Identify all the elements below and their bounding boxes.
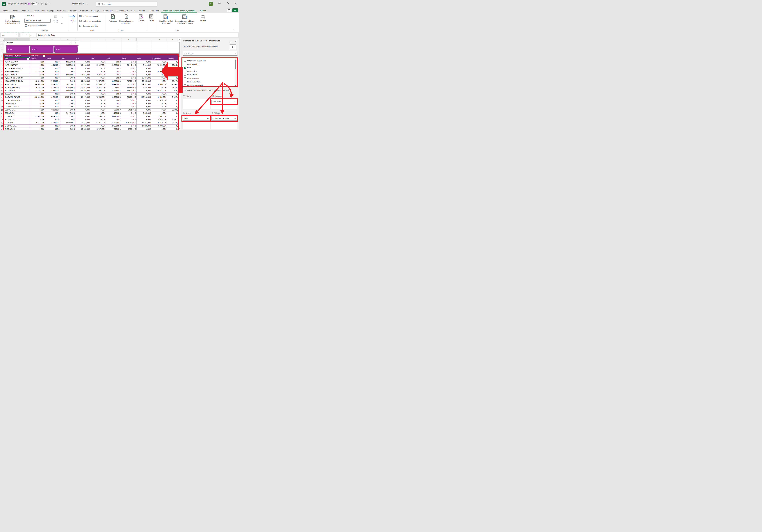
value-cell[interactable]: 0,00 €: [45, 73, 60, 76]
value-cell[interactable]: 0,00 €: [91, 77, 106, 80]
month-header-juin[interactable]: Juin: [106, 57, 121, 60]
value-cell[interactable]: 41 860,00 €: [106, 64, 121, 67]
show-details-button[interactable]: AfficherDétails: [51, 14, 60, 24]
tab-cr-ation[interactable]: Création: [197, 9, 208, 13]
value-cell[interactable]: 0,00 €: [75, 67, 91, 70]
value-cell[interactable]: 5 969,00 €: [106, 109, 121, 112]
share-button[interactable]: [232, 8, 238, 12]
company-name[interactable]: ENERGENIX: [4, 128, 30, 130]
value-cell[interactable]: 20 744,00 €: [91, 73, 106, 76]
value-cell[interactable]: 0,00 €: [152, 60, 167, 63]
row-header-14[interactable]: 14: [0, 83, 4, 86]
value-cell[interactable]: 0,00 €: [121, 115, 136, 118]
value-cell[interactable]: 0,00 €: [60, 99, 75, 102]
value-cell[interactable]: 27 378,: [167, 121, 178, 124]
value-cell[interactable]: 36 047,00 €: [75, 96, 91, 99]
value-cell[interactable]: 0,00 €: [106, 73, 121, 76]
close-button[interactable]: ✕: [233, 2, 238, 5]
scroll-down-icon[interactable]: [179, 128, 180, 129]
value-cell[interactable]: 0,00 €: [152, 112, 167, 115]
value-cell[interactable]: 0,00 €: [91, 99, 106, 102]
value-cell[interactable]: 70 772,00 €: [121, 80, 136, 83]
value-cell[interactable]: 0,00 €: [152, 77, 167, 80]
row-header-18[interactable]: 18: [0, 96, 4, 99]
panel-tools-button[interactable]: ⚙: [230, 44, 236, 49]
value-cell[interactable]: 34 642,00 €: [45, 115, 60, 118]
value-cell[interactable]: 0,00 €: [60, 102, 75, 105]
value-cell[interactable]: 0,00 €: [106, 77, 121, 80]
tab-analyse-du-tableau-crois-dynamique[interactable]: Analyse du tableau croisé dynamique: [161, 9, 197, 13]
tab-affichage[interactable]: Affichage: [90, 9, 101, 13]
row-header-3[interactable]: 3: [0, 48, 4, 51]
value-cell[interactable]: 0,00 €: [60, 118, 75, 121]
value-cell[interactable]: 0,00 €: [121, 124, 136, 127]
value-cell[interactable]: 0,00 €: [45, 118, 60, 121]
filter-connections-button[interactable]: Connexions de filtre: [79, 25, 98, 27]
company-name[interactable]: ECOFLEX POWER: [4, 105, 30, 108]
collapse-ribbon-icon[interactable]: [234, 29, 235, 31]
value-cell[interactable]: 0,00 €: [30, 105, 45, 108]
row-header-1[interactable]: 1: [0, 41, 4, 45]
value-cell[interactable]: 0,: [167, 105, 178, 108]
row-header-23[interactable]: 23: [0, 112, 4, 115]
month-header-mars[interactable]: Mars: [60, 57, 75, 60]
value-cell[interactable]: 0,: [167, 128, 178, 130]
field-item-code-identifiant[interactable]: Code identifiant: [183, 62, 237, 66]
value-cell[interactable]: 0,00 €: [45, 60, 60, 63]
value-cell[interactable]: 0,: [167, 112, 178, 115]
value-cell[interactable]: 84 559,00 €: [30, 83, 45, 86]
cancel-icon[interactable]: ×: [22, 34, 23, 36]
unchecked-checkbox[interactable]: [184, 81, 186, 83]
panel-close-icon[interactable]: ✕: [235, 40, 237, 42]
column-header-F[interactable]: F: [91, 38, 106, 41]
scroll-up-icon[interactable]: [179, 39, 180, 40]
value-cell[interactable]: 0,00 €: [75, 105, 91, 108]
value-cell[interactable]: 36 213,00 €: [106, 115, 121, 118]
fill-handle[interactable]: [30, 57, 30, 58]
value-cell[interactable]: 3 378,00 €: [136, 86, 152, 89]
value-cell[interactable]: 82 536,00 €: [91, 83, 106, 86]
value-cell[interactable]: 0,00 €: [30, 73, 45, 76]
value-cell[interactable]: 0,00 €: [106, 67, 121, 70]
value-cell[interactable]: 60 447,00 €: [121, 64, 136, 67]
value-cell[interactable]: 11 562,00 €: [60, 86, 75, 89]
value-cell[interactable]: 20 958,00 €: [106, 124, 121, 127]
row-header-16[interactable]: 16: [0, 89, 4, 93]
company-name[interactable]: ECOGENEX: [4, 112, 30, 115]
value-cell[interactable]: 0,00 €: [152, 105, 167, 108]
field-item-code-prospect[interactable]: Code Prospect: [183, 77, 237, 80]
save-icon[interactable]: [28, 2, 31, 6]
slicer-button-2023[interactable]: 2023: [30, 46, 53, 52]
pivotchart-button[interactable]: Graphique croisédynamique: [158, 14, 174, 24]
company-name[interactable]: ENERGENERA: [4, 124, 30, 127]
value-cell[interactable]: 0,00 €: [136, 67, 152, 70]
value-cell[interactable]: 0,00 €: [30, 64, 45, 67]
value-cell[interactable]: 0,00 €: [136, 128, 152, 130]
value-cell[interactable]: 0,00 €: [152, 128, 167, 130]
value-cell[interactable]: 3 916,00 €: [45, 109, 60, 112]
value-cell[interactable]: [167, 73, 178, 76]
company-name[interactable]: ALPHA ENERGY: [4, 60, 30, 63]
row-header-11[interactable]: 11: [0, 73, 4, 77]
value-cell[interactable]: 0,00 €: [106, 102, 121, 105]
tab-d-veloppeur[interactable]: Développeur: [115, 9, 129, 13]
value-cell[interactable]: 37 827,00 €: [121, 89, 136, 92]
value-cell[interactable]: 0,00 €: [30, 128, 45, 130]
value-cell[interactable]: 0,00 €: [121, 102, 136, 105]
value-cell[interactable]: 0,00 €: [60, 128, 75, 130]
value-cell[interactable]: 60 004,00 €: [152, 96, 167, 99]
value-cell[interactable]: 70 443,00 €: [60, 89, 75, 92]
value-cell[interactable]: 6 451,00 €: [30, 86, 45, 89]
month-header-mai[interactable]: Mai: [91, 57, 106, 60]
row-header-15[interactable]: 15: [0, 86, 4, 89]
tab-formules[interactable]: Formules: [56, 9, 67, 13]
value-cell[interactable]: 0,00 €: [91, 118, 106, 121]
value-cell[interactable]: 45 508,00 €: [75, 89, 91, 92]
company-name[interactable]: AQUA ENERGY: [4, 73, 30, 76]
tab-aide[interactable]: Aide: [129, 9, 137, 13]
value-cell[interactable]: 0,00 €: [30, 118, 45, 121]
value-cell[interactable]: 27 613,00 €: [152, 99, 167, 102]
value-cell[interactable]: 0,00 €: [30, 60, 45, 63]
slicer-button-2024[interactable]: 2024: [54, 46, 78, 52]
change-data-source-button[interactable]: Changer la sourcede données: [117, 14, 135, 24]
